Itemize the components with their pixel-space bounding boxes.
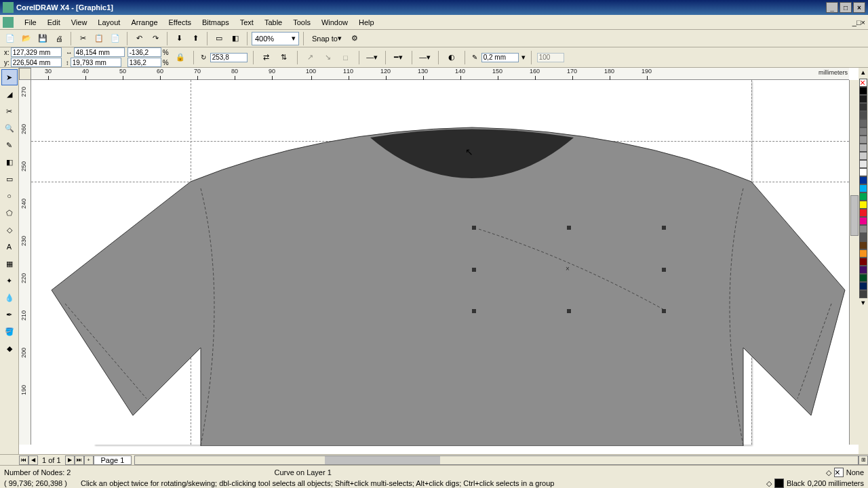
maximize-button[interactable]: □: [840, 2, 852, 13]
width-input[interactable]: 48,154 mm: [74, 47, 125, 57]
wrap-icon[interactable]: ◐: [444, 50, 459, 65]
freehand-tool[interactable]: ✎: [1, 137, 18, 153]
tshirt-drawing[interactable]: [31, 80, 852, 446]
sel-handle-bc[interactable]: [567, 309, 571, 313]
swatch[interactable]: [859, 95, 867, 103]
scale-y-input[interactable]: 136,2: [127, 58, 161, 67]
ellipse-tool[interactable]: ○: [1, 188, 18, 204]
swatch[interactable]: [859, 217, 867, 225]
menu-arrange[interactable]: Arrange: [125, 17, 163, 28]
sel-handle-tr[interactable]: [662, 226, 666, 230]
swatch[interactable]: [859, 103, 867, 111]
line-end-icon[interactable]: —▾: [418, 50, 433, 65]
page-next-icon[interactable]: ▶: [65, 455, 75, 465]
swatch[interactable]: [859, 282, 867, 290]
scrollbar-horizontal[interactable]: [134, 455, 859, 465]
menu-tools[interactable]: Tools: [288, 17, 316, 28]
swatch[interactable]: [859, 274, 867, 282]
menu-table[interactable]: Table: [259, 17, 288, 28]
sel-center[interactable]: ×: [566, 265, 571, 270]
outline-tool[interactable]: ✒: [1, 306, 18, 323]
close-button[interactable]: ×: [853, 2, 865, 13]
table-tool[interactable]: ▦: [1, 256, 18, 272]
smart-fill-tool[interactable]: ◧: [1, 154, 18, 170]
undo-icon[interactable]: ↶: [132, 31, 146, 46]
swatch[interactable]: [859, 241, 867, 249]
copy-icon[interactable]: 📋: [92, 31, 106, 46]
page-add-icon[interactable]: +: [84, 455, 94, 465]
polygon-tool[interactable]: ⬠: [1, 205, 18, 221]
interactive-fill-tool[interactable]: ◆: [1, 340, 18, 357]
swatch[interactable]: [859, 258, 867, 266]
paste-icon[interactable]: 📄: [108, 31, 123, 46]
import-icon[interactable]: ⬇: [172, 31, 186, 46]
sel-handle-br[interactable]: [662, 309, 666, 313]
ruler-vertical[interactable]: 270 260 250 240 230 220 210 200 190: [19, 80, 31, 445]
swatch[interactable]: [859, 290, 867, 298]
minimize-button[interactable]: _: [826, 2, 838, 13]
sel-handle-ml[interactable]: [472, 268, 476, 272]
text-tool[interactable]: A: [1, 239, 18, 255]
page-last-icon[interactable]: ⏭: [75, 455, 84, 465]
scale-x-input[interactable]: -136,2: [127, 47, 161, 57]
swatch[interactable]: [859, 127, 867, 136]
view-nav-icon[interactable]: ⊞: [859, 455, 868, 465]
welcome-icon[interactable]: ◧: [228, 31, 243, 46]
mirror-h-icon[interactable]: ⇄: [259, 50, 274, 65]
menu-help[interactable]: Help: [353, 17, 380, 28]
outline-swatch[interactable]: [774, 479, 784, 488]
menu-bitmaps[interactable]: Bitmaps: [197, 17, 235, 28]
opacity-input[interactable]: 100: [537, 53, 564, 62]
mirror-v-icon[interactable]: ⇅: [277, 50, 292, 65]
x-position-input[interactable]: 127,329 mm: [11, 47, 62, 57]
swatch[interactable]: [859, 266, 867, 274]
lock-ratio-icon[interactable]: 🔒: [173, 50, 188, 65]
print-icon[interactable]: 🖨: [52, 31, 66, 46]
swatch[interactable]: [859, 160, 867, 168]
line-style-icon[interactable]: ━▾: [391, 50, 406, 65]
open-icon[interactable]: 📂: [19, 31, 34, 46]
sel-handle-bl[interactable]: [472, 309, 476, 313]
page-first-icon[interactable]: ⏮: [19, 455, 28, 465]
fill-tool[interactable]: 🪣: [1, 323, 18, 340]
swatch[interactable]: [859, 225, 867, 233]
shape-tool[interactable]: ◢: [1, 86, 18, 102]
y-position-input[interactable]: 226,504 mm: [11, 58, 62, 67]
height-input[interactable]: 19,793 mm: [71, 58, 121, 67]
swatch[interactable]: [859, 111, 867, 119]
menu-window[interactable]: Window: [316, 17, 353, 28]
zoom-tool[interactable]: 🔍: [1, 120, 18, 136]
snap-to-menu[interactable]: Snap to ▾: [308, 31, 346, 46]
pick-tool[interactable]: ➤: [1, 69, 18, 85]
scrollbar-vertical[interactable]: [849, 80, 859, 445]
line-start-icon[interactable]: —▾: [365, 50, 380, 65]
mdi-maximize-button[interactable]: □: [856, 18, 861, 26]
outline-width-input[interactable]: 0,2 mm: [481, 53, 519, 62]
swatch[interactable]: [859, 233, 867, 241]
rectangle-tool[interactable]: ▭: [1, 171, 18, 187]
swatch[interactable]: [859, 152, 867, 160]
options-icon[interactable]: ⚙: [347, 31, 362, 46]
menu-file[interactable]: File: [19, 17, 42, 28]
swatch[interactable]: [859, 176, 867, 184]
sel-handle-mr[interactable]: [662, 268, 666, 272]
ruler-horizontal[interactable]: 30 40 50 60 70 80 90 100 110 120 130 140…: [31, 68, 849, 80]
redo-icon[interactable]: ↷: [148, 31, 163, 46]
swatch-none[interactable]: ×: [859, 79, 867, 87]
scroll-thumb-h[interactable]: [325, 456, 440, 464]
palette-down-icon[interactable]: ▾: [859, 298, 868, 309]
unused2-icon[interactable]: ↘: [321, 50, 336, 65]
zoom-combo[interactable]: 400%▾: [252, 32, 299, 45]
menu-view[interactable]: View: [66, 17, 93, 28]
page-prev-icon[interactable]: ◀: [28, 455, 38, 465]
canvas[interactable]: ↖ ×: [31, 80, 849, 445]
page-tab[interactable]: Page 1: [94, 455, 132, 465]
menu-edit[interactable]: Edit: [42, 17, 66, 28]
fill-swatch[interactable]: ×: [834, 468, 844, 477]
eyedropper-tool[interactable]: 💧: [1, 289, 18, 306]
unused1-icon[interactable]: ↗: [303, 50, 318, 65]
scroll-thumb-v[interactable]: [850, 195, 859, 236]
mdi-close-button[interactable]: ×: [861, 18, 865, 26]
swatch[interactable]: [859, 119, 867, 127]
ruler-origin[interactable]: [19, 68, 31, 80]
